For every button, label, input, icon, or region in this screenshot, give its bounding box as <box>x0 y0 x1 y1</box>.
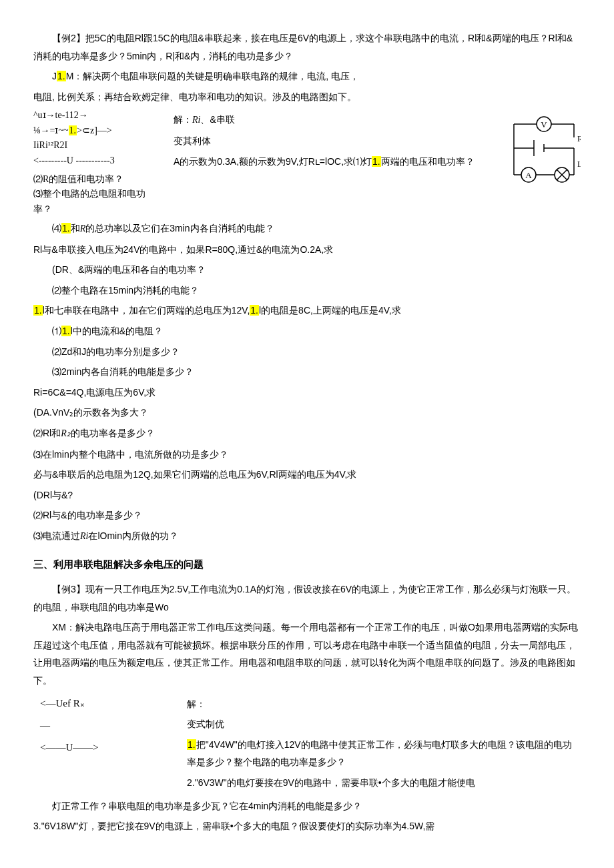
example-2: 【例2】把5C的电阻Rl跟15C的电阻&串联起来，接在电压是6V的电源上，求这个… <box>33 29 581 65</box>
solution-label: 解：Ri、&串联 <box>174 111 494 129</box>
sub-question: ⑶2min内各自消耗的电能是多少？ <box>33 363 581 381</box>
text: ⑵Rl和 <box>33 428 61 438</box>
svg-text:A: A <box>525 170 532 180</box>
svg-text:L: L <box>577 159 581 169</box>
var-r: R <box>80 224 86 234</box>
text: <---------U -----------3 <box>33 155 115 165</box>
svg-text:R: R <box>577 134 581 143</box>
text: 的电功率各是多少？ <box>71 428 155 438</box>
variant-label: 变式制优 <box>187 715 581 733</box>
variant-q2-cont: 灯正常工作？串联电阻的电功率是多少瓦？它在4min内消耗的电能是多少？ <box>33 797 581 815</box>
text: M：解决两个电阻串联问题的关键是明确串联电路的规律，电流, 电压， <box>66 71 359 81</box>
text: >⊂z]—> <box>77 125 112 135</box>
problem-block: 必与&串联后的总电阻为12Q,如果它们两端的总电压为6V,Rl两端的电压为4V,… <box>33 466 581 484</box>
text: J <box>52 71 57 81</box>
text: l中的电流和&的电阻？ <box>71 326 163 336</box>
var-ri: Ri <box>80 531 88 541</box>
text: 把"4V4W"的电灯接入12V的电路中使其正常工作，必须与电灯联多大的电阻？该电… <box>187 739 572 768</box>
diagram-line: <——U——> <box>40 737 174 759</box>
sub-question: ⑵Rl和R₂的电功率各是多少？ <box>33 424 581 443</box>
text: 和 <box>71 223 80 234</box>
middle-column: 解：Ri、&串联 变其利体 A的示数为0.3A,额的示数为9V,灯Rʟ=lOC,… <box>174 108 494 173</box>
sub-question: ⑴1.l中的电流和&的电阻？ <box>33 322 581 340</box>
diagram-section-1: ^uɪ→te-112→ ⅛→=ɪ~~1.>⊂z]—> IiRi¹²R2I <--… <box>33 108 581 217</box>
var-r2: R₂ <box>61 428 71 438</box>
sub-question: ⑵整个电路在15min内消耗的电能？ <box>33 282 581 300</box>
question-4: ⑷1.和R的总功率以及它们在3min内各自消耗的电能？ <box>33 220 581 238</box>
text: 在lOmin内所做的功？ <box>88 530 178 541</box>
circuit-svg: V R A L <box>507 115 581 188</box>
sub-question: (DRl与&? <box>33 486 581 504</box>
text: 、&串联 <box>200 114 234 125</box>
diagram-line: ^uɪ→te-112→ <box>33 108 160 123</box>
sub-question: ⑶电流通过Ri在lOmin内所做的功？ <box>33 527 581 546</box>
diagram-line: — <box>40 715 174 737</box>
highlight: 1. <box>187 739 196 750</box>
sub-question: ⑶在lmin内整个电路中，电流所做的功是多少？ <box>33 446 581 464</box>
variant-question: A的示数为0.3A,额的示数为9V,灯Rʟ=lOC,求⑴灯1.两端的电压和电功率… <box>174 153 494 171</box>
highlight: 1. <box>61 223 71 234</box>
sub-question: (DR、&两端的电压和各自的电功率？ <box>33 261 581 279</box>
diagram-left: <—Uef Rₓ — <——U——> <box>33 693 174 759</box>
section-heading-3: 三、利用串联电阻解决多余电压的问题 <box>33 555 581 574</box>
diagram-right: 解： 变式制优 1.把"4V4W"的电灯接入12V的电路中使其正常工作，必须与电… <box>187 693 581 795</box>
variant-q2: 2."6V3W"的电灯要接在9V的电路中，需要串联•个多大的电阻才能使电 <box>187 774 581 792</box>
text: l的电阻是8C,上两端的电压是4V,求 <box>259 305 401 316</box>
highlight: 1. <box>250 305 259 316</box>
sub-question: (DA.VnV₂的示数各为多大？ <box>33 404 581 422</box>
text: ⅛→=ɪ~~ <box>33 125 69 135</box>
diagram-line: ⅛→=ɪ~~1.>⊂z]—> <box>33 123 160 138</box>
highlight: 1. <box>57 71 66 81</box>
analysis-intro: J1.M：解决两个电阻串联问题的关键是明确串联电路的规律，电流, 电压， <box>33 67 581 85</box>
sub-question: ⑵Rl与&的电功率是多少？ <box>33 506 581 524</box>
text: 两端的电压和电功率？ <box>381 156 475 167</box>
svg-text:V: V <box>541 119 547 129</box>
text: 的总功率以及它们在3min内各自消耗的电能？ <box>85 223 274 234</box>
solution-label: 解： <box>187 695 581 713</box>
highlight: 1. <box>372 156 381 167</box>
example-3: 【例3】现有一只工作电压为2.5V,工作电流为0.1A的灯泡，假设改接在6V的电… <box>33 580 581 616</box>
question-3: ⑶整个电路的总电阻和电功率？ <box>33 187 160 217</box>
text: ⑶电流通过 <box>33 530 80 541</box>
variant-q1: 1.把"4V4W"的电灯接入12V的电路中使其正常工作，必须与电灯联多大的电阻？… <box>187 736 581 771</box>
problem-block: Rl与&串联接入电压为24V的电路中，如果R=80Q,通过&的电流为O.2A,求 <box>33 241 581 259</box>
text: l和七串联在电路中，加在它们两端的总电压为12V, <box>43 305 250 316</box>
question-2: ⑵R的阻值和电功率？ <box>33 172 160 187</box>
text: ⑴ <box>52 326 61 336</box>
variant-label: 变其利体 <box>174 132 494 150</box>
text: A的示数为0.3A,额的示数为9V,灯Rʟ=lOC,求⑴灯 <box>174 156 372 167</box>
diagram-line: <—Uef Rₓ <box>40 693 174 715</box>
diagram-line: <---------U -----------3 <box>33 153 160 168</box>
text: ⑷ <box>52 223 61 234</box>
highlight: 1. <box>61 326 71 336</box>
diagram-section-2: <—Uef Rₓ — <——U——> 解： 变式制优 1.把"4V4W"的电灯接… <box>33 693 581 795</box>
analysis-text: XM：解决电路电压高于用电器正常工作电压这类问题。每一个用电器都有一个正常工作的… <box>33 618 581 689</box>
diagram-line: IiRi¹²R2I <box>33 138 160 153</box>
problem-block: Ri=6C&=4Q,电源电压为6V,求 <box>33 384 581 402</box>
left-column: ^uɪ→te-112→ ⅛→=ɪ~~1.>⊂z]—> IiRi¹²R2I <--… <box>33 108 160 217</box>
sub-question: ⑵Zd和J的电功率分别是多少？ <box>33 343 581 361</box>
circuit-diagram: V R A L <box>507 115 581 188</box>
var-ri: Ri <box>192 115 200 125</box>
text: 解： <box>174 114 192 125</box>
highlight: 1. <box>33 305 43 316</box>
problem-block: 1.l和七串联在电路中，加在它们两端的总电压为12V,1.l的电阻是8C,上两端… <box>33 302 581 320</box>
variant-q3: 3."6V18W"灯，要把它接在9V的电源上，需串联•个多大的电阻？假设要使灯的… <box>33 817 581 835</box>
highlight: 1. <box>69 125 77 135</box>
analysis-cont: 电阻, 比例关系；再结合欧姆定律、电功率和电功的知识。涉及的电路图如下。 <box>33 88 581 106</box>
